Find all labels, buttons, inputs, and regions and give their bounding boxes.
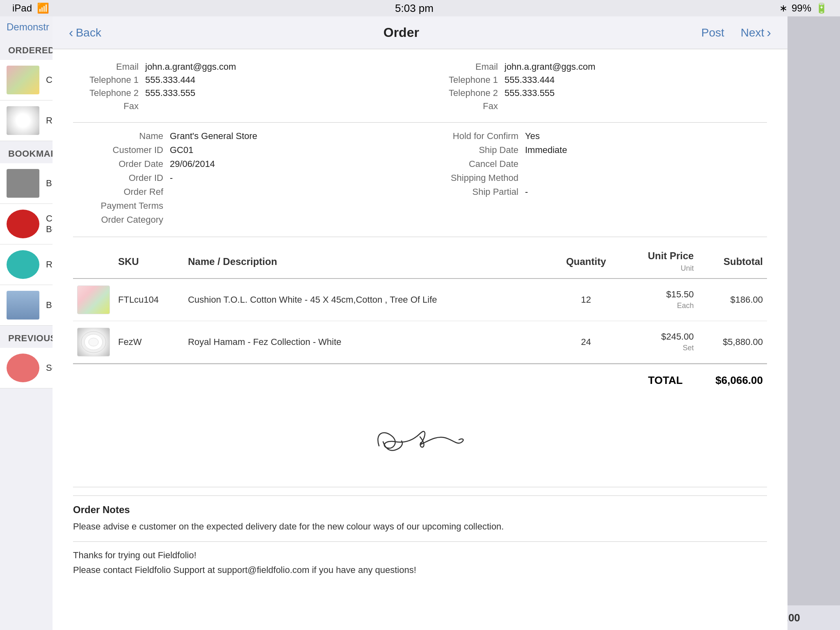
contact-tel1-left-row: Telephone 1 555.333.444 [73,75,408,85]
tel2-left-label: Telephone 2 [73,88,139,98]
email-left-label: Email [73,62,139,72]
ship-date-value: Immediate [525,145,567,155]
info-order-ref-row: Order Ref [73,187,412,197]
signature-svg [354,409,486,466]
table-header-row: SKU Name / Description Quantity Unit Pri… [73,245,767,278]
info-ship-partial-row: Ship Partial - [428,187,767,197]
th-unit-price: Unit PriceUnit [621,245,698,278]
row1-subtotal: $186.00 [698,278,767,321]
row1-sku: FTLcu104 [114,278,184,321]
row2-thumb [77,328,110,356]
th-subtotal: Subtotal [698,245,767,278]
tel1-right-label: Telephone 1 [432,75,498,85]
divider-4 [73,541,767,542]
order-table: SKU Name / Description Quantity Unit Pri… [73,245,767,363]
contact-fax-right-row: Fax [432,101,767,112]
battery-icon: 🔋 [815,2,828,14]
email-right-value: john.a.grant@ggs.com [504,62,596,72]
customer-id-label: Customer ID [73,145,163,155]
total-label: TOTAL [648,374,682,387]
tel2-left-value: 555.333.555 [145,88,195,98]
status-bar: iPad 📶 5:03 pm ∗ 99% 🔋 [0,0,840,16]
info-shipping-method-row: Shipping Method [428,173,767,183]
row2-name: Royal Hamam - Fez Collection - White [184,321,552,363]
payment-terms-label: Payment Terms [73,201,163,211]
info-payment-terms-row: Payment Terms [73,201,412,211]
info-cancel-date-row: Cancel Date [428,159,767,169]
battery-label: 99% [792,2,811,14]
contact-fax-left-row: Fax [73,101,408,112]
modal-content: Email john.a.grant@ggs.com Telephone 1 5… [52,49,788,630]
divider-3 [73,487,767,487]
row1-name: Cushion T.O.L. Cotton White - 45 X 45cm,… [184,278,552,321]
hold-confirm-value: Yes [525,131,540,142]
row1-thumb-cell [73,278,114,321]
th-sku-label: SKU [114,245,184,278]
divider-2 [73,237,767,237]
order-notes-text: Please advise e customer on the expected… [73,520,767,533]
contact-left: Email john.a.grant@ggs.com Telephone 1 5… [73,62,408,114]
ship-date-label: Ship Date [428,145,518,155]
signature-area [73,397,767,479]
sidebar-thumb-black [7,169,39,198]
bluetooth-icon: ∗ [779,2,788,14]
contact-email-right-row: Email john.a.grant@ggs.com [432,62,767,72]
fieldfolio-thanks: Thanks for trying out Fieldfolio! [73,550,767,561]
order-date-value: 29/06/2014 [170,159,215,169]
row1-quantity: 12 [552,278,621,321]
th-name-desc: Name / Description [184,245,552,278]
customer-id-value: GC01 [170,145,193,155]
name-value: Grant's General Store [170,131,257,142]
ipad-label: iPad [12,2,32,14]
table-row: FTLcu104 Cushion T.O.L. Cotton White - 4… [73,278,767,321]
contact-email-left-row: Email john.a.grant@ggs.com [73,62,408,72]
total-value: $6,066.00 [715,374,763,387]
contact-section: Email john.a.grant@ggs.com Telephone 1 5… [73,62,767,114]
info-hold-confirm-row: Hold for Confirm Yes [428,131,767,142]
fieldfolio-support: Please contact Fieldfolio Support at sup… [73,565,767,575]
tel1-left-label: Telephone 1 [73,75,139,85]
status-left: iPad 📶 [12,2,49,14]
info-ship-date-row: Ship Date Immediate [428,145,767,155]
info-order-id-row: Order ID - [73,173,412,183]
order-notes-section: Order Notes Please advise e customer on … [73,495,767,575]
row2-sku: FezW [114,321,184,363]
row1-thumb [77,285,110,314]
post-button[interactable]: Post [701,26,724,39]
order-id-label: Order ID [73,173,163,183]
modal-title: Order [383,25,419,40]
order-id-value: - [170,173,173,183]
sidebar-thumb-cushion [7,66,39,94]
email-left-value: john.a.grant@ggs.com [145,62,236,72]
table-row: FezW Royal Hamam - Fez Collection - Whit… [73,321,767,363]
order-date-label: Order Date [73,159,163,169]
next-button[interactable]: Next › [741,25,771,40]
sidebar-thumb-royal2 [7,250,39,279]
time-display: 5:03 pm [395,2,434,15]
th-sku [73,245,114,278]
tel1-right-value: 555.333.444 [504,75,555,85]
tel2-right-label: Telephone 2 [432,88,498,98]
cancel-date-label: Cancel Date [428,159,518,169]
sidebar-thumb-cush-both [7,210,39,238]
sidebar-thumb-busi [7,291,39,320]
row2-quantity: 24 [552,321,621,363]
total-row: TOTAL $6,066.00 [73,363,767,397]
sidebar-thumb-soft [7,354,39,382]
back-button[interactable]: ‹ Back [69,25,101,40]
info-order-date-row: Order Date 29/06/2014 [73,159,412,169]
th-quantity: Quantity [552,245,621,278]
contact-tel2-right-row: Telephone 2 555.333.555 [432,88,767,98]
ship-partial-label: Ship Partial [428,187,518,197]
row1-unit-price: $15.50Each [621,278,698,321]
ship-partial-value: - [525,187,528,197]
hold-confirm-label: Hold for Confirm [428,131,518,142]
contact-right: Email john.a.grant@ggs.com Telephone 1 5… [432,62,767,114]
nav-right-area: Post Next › [701,25,771,40]
modal-navbar: ‹ Back Order Post Next › [52,16,788,49]
back-label: Back [76,26,101,39]
divider-1 [73,122,767,123]
row2-thumb-cell [73,321,114,363]
order-notes-title: Order Notes [73,504,767,516]
shipping-method-label: Shipping Method [428,173,518,183]
